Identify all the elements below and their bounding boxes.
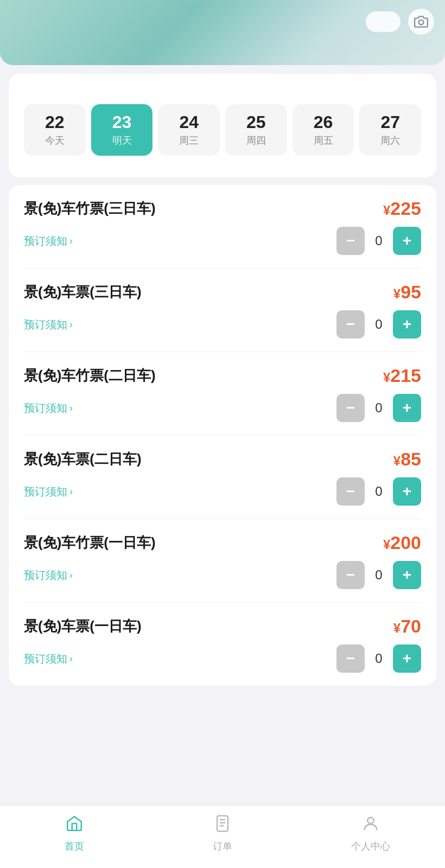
ticket-item-4: 景(免)车竹票(一日车) ¥200 预订须知 › − 0 +: [24, 519, 421, 603]
ticket-top-row: 景(免)车竹票(三日车) ¥225: [24, 198, 421, 219]
quantity-decrease-button[interactable]: −: [336, 644, 365, 673]
top-right-icons: [366, 9, 434, 35]
nav-icon-profile: [361, 814, 380, 837]
booking-notice-label: 预订须知: [24, 652, 67, 666]
ticket-name: 景(免)车票(二日车): [24, 450, 142, 469]
quantity-value: 0: [372, 317, 385, 332]
quantity-decrease-button[interactable]: −: [336, 310, 365, 339]
ticket-bottom-row: 预订须知 › − 0 +: [24, 477, 421, 506]
date-label: 今天: [45, 134, 65, 147]
svg-point-0: [419, 20, 424, 25]
quantity-control: − 0 +: [336, 310, 421, 339]
nav-icon-orders: [213, 814, 232, 837]
booking-notice-link[interactable]: 预订须知 ›: [24, 317, 73, 332]
quantity-increase-button[interactable]: +: [393, 477, 421, 506]
chevron-right-icon: ›: [69, 570, 73, 581]
chevron-right-icon: ›: [69, 319, 73, 330]
currency-symbol: ¥: [383, 370, 390, 385]
booking-notice-link[interactable]: 预订须知 ›: [24, 568, 73, 583]
nav-item-orders[interactable]: 订单: [190, 814, 255, 853]
chevron-right-icon: ›: [69, 486, 73, 497]
quantity-control: − 0 +: [336, 644, 421, 673]
bottom-nav: 首页 订单 个人中心: [0, 805, 445, 868]
booking-notice-label: 预订须知: [24, 317, 67, 332]
currency-symbol: ¥: [393, 621, 400, 635]
quantity-value: 0: [372, 400, 385, 416]
svg-rect-1: [217, 816, 228, 831]
date-label: 明天: [112, 134, 132, 147]
date-label: 周五: [314, 134, 333, 147]
quantity-decrease-button[interactable]: −: [336, 227, 365, 255]
quantity-decrease-button[interactable]: −: [336, 394, 365, 422]
date-item-25[interactable]: 25 周四: [225, 104, 287, 156]
home-icon: [65, 814, 84, 833]
chevron-right-icon: ›: [69, 653, 73, 665]
quantity-control: − 0 +: [336, 561, 421, 589]
orders-icon: [213, 814, 232, 833]
booking-notice-label: 预订须知: [24, 568, 67, 583]
currency-symbol: ¥: [393, 286, 400, 301]
ticket-bottom-row: 预订须知 › − 0 +: [24, 394, 421, 422]
quantity-value: 0: [372, 484, 385, 499]
quantity-control: − 0 +: [336, 227, 421, 255]
currency-symbol: ¥: [383, 537, 390, 552]
date-number: 23: [112, 113, 132, 132]
camera-icon: [414, 15, 428, 29]
currency-symbol: ¥: [383, 203, 390, 218]
quantity-value: 0: [372, 651, 385, 666]
chevron-right-icon: ›: [69, 403, 73, 414]
date-number: 24: [179, 113, 199, 132]
date-number: 22: [45, 113, 65, 132]
nav-label-home: 首页: [65, 840, 84, 853]
date-item-24[interactable]: 24 周三: [158, 104, 220, 156]
nav-label-profile: 个人中心: [351, 840, 390, 853]
ticket-name: 景(免)车竹票(三日车): [24, 199, 156, 218]
quantity-value: 0: [372, 233, 385, 248]
ticket-top-row: 景(免)车票(三日车) ¥95: [24, 282, 421, 303]
ticket-price: ¥85: [393, 449, 421, 470]
currency-symbol: ¥: [393, 454, 400, 468]
quantity-increase-button[interactable]: +: [393, 310, 421, 339]
ticket-name: 景(免)车竹票(二日车): [24, 366, 156, 385]
quantity-control: − 0 +: [336, 394, 421, 422]
booking-notice-label: 预订须知: [24, 401, 67, 416]
date-item-27[interactable]: 27 周六: [359, 104, 421, 156]
quantity-increase-button[interactable]: +: [393, 394, 421, 422]
quantity-control: − 0 +: [336, 477, 421, 506]
more-options-button[interactable]: [366, 11, 400, 32]
booking-notice-label: 预订须知: [24, 234, 67, 248]
date-label: 周三: [179, 134, 199, 147]
booking-notice-link[interactable]: 预订须知 ›: [24, 652, 73, 666]
chevron-right-icon: ›: [69, 235, 73, 247]
date-selector: 22 今天 23 明天 24 周三 25 周四 26 周五 27 周六: [24, 104, 421, 156]
ticket-item-2: 景(免)车竹票(二日车) ¥215 预订须知 › − 0 +: [24, 352, 421, 436]
quantity-increase-button[interactable]: +: [393, 227, 421, 255]
booking-notice-link[interactable]: 预订须知 ›: [24, 401, 73, 416]
nav-item-home[interactable]: 首页: [42, 814, 107, 853]
nav-item-profile[interactable]: 个人中心: [338, 814, 403, 853]
ticket-price: ¥200: [383, 532, 421, 553]
quantity-increase-button[interactable]: +: [393, 561, 421, 589]
camera-button[interactable]: [408, 9, 434, 35]
quantity-increase-button[interactable]: +: [393, 644, 421, 673]
booking-notice-link[interactable]: 预订须知 ›: [24, 234, 73, 248]
quantity-decrease-button[interactable]: −: [336, 561, 365, 589]
date-item-26[interactable]: 26 周五: [293, 104, 354, 156]
profile-icon: [361, 814, 380, 833]
date-label: 周四: [246, 134, 266, 147]
ticket-top-row: 景(免)车票(一日车) ¥70: [24, 616, 421, 637]
ticket-bottom-row: 预订须知 › − 0 +: [24, 644, 421, 673]
ticket-item-5: 景(免)车票(一日车) ¥70 预订须知 › − 0 +: [24, 603, 421, 686]
date-number: 27: [380, 113, 400, 132]
date-item-23[interactable]: 23 明天: [91, 104, 153, 156]
quantity-decrease-button[interactable]: −: [336, 477, 365, 506]
booking-notice-label: 预订须知: [24, 484, 67, 499]
date-item-22[interactable]: 22 今天: [24, 104, 86, 156]
booking-notice-link[interactable]: 预订须知 ›: [24, 484, 73, 499]
ticket-name: 景(免)车票(三日车): [24, 283, 142, 302]
ticket-item-1: 景(免)车票(三日车) ¥95 预订须知 › − 0 +: [24, 269, 421, 352]
ticket-item-0: 景(免)车竹票(三日车) ¥225 预订须知 › − 0 +: [24, 185, 421, 269]
ticket-bottom-row: 预订须知 › − 0 +: [24, 561, 421, 589]
ticket-top-row: 景(免)车票(二日车) ¥85: [24, 449, 421, 470]
date-number: 26: [314, 113, 333, 132]
